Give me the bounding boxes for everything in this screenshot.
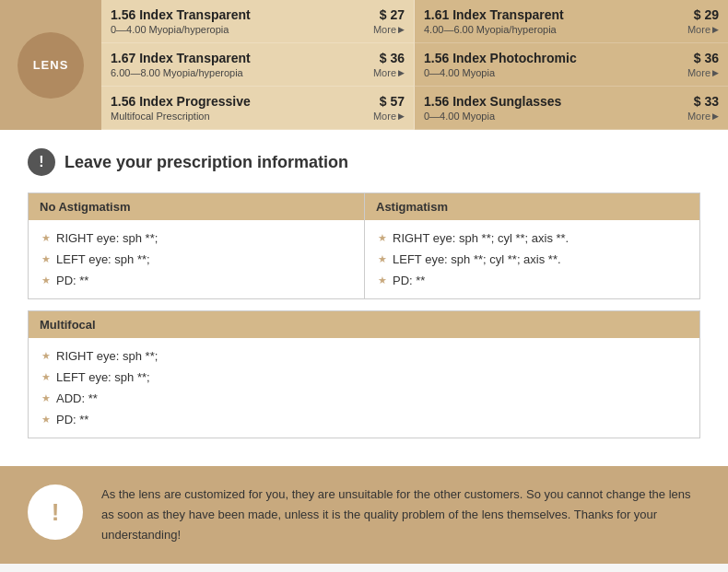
lens-price-wrap-3: $ 36 More <box>687 51 719 78</box>
rx-row: ★ PD: ** <box>41 274 351 287</box>
lens-section: LENS 1.56 Index Transparent 0—4.00 Myopi… <box>0 0 728 130</box>
lens-more-4[interactable]: More <box>373 111 405 122</box>
lens-badge-wrap: LENS <box>0 0 101 130</box>
lens-title-5: 1.56 Index Sunglasses <box>424 94 680 109</box>
lens-sub-1: 4.00—6.00 Myopia/hyperopia <box>424 24 680 35</box>
section-header: ! Leave your prescription information <box>28 148 700 176</box>
lens-cell-3: 1.56 Index Photochromic 0—4.00 Myopia $ … <box>415 43 728 87</box>
lens-price-2: $ 36 <box>380 51 405 65</box>
rx-text: RIGHT eye: sph **; cyl **; axis **. <box>393 231 569 245</box>
section-title: Leave your prescription information <box>65 153 348 172</box>
rx-row: ★ LEFT eye: sph **; <box>41 252 351 266</box>
no-astigmatism-content: ★ RIGHT eye: sph **; ★ LEFT eye: sph **;… <box>29 220 364 298</box>
lens-price-3: $ 36 <box>694 51 719 65</box>
astigmatism-content: ★ RIGHT eye: sph **; cyl **; axis **. ★ … <box>365 220 699 298</box>
rx-row: ★ LEFT eye: sph **; cyl **; axis **. <box>378 252 687 266</box>
rx-row: ★ RIGHT eye: sph **; <box>41 231 351 245</box>
multifocal-header: Multifocal <box>29 311 699 338</box>
rx-text: LEFT eye: sph **; <box>56 370 150 384</box>
rx-text: RIGHT eye: sph **; <box>56 349 158 363</box>
lens-price-wrap-0: $ 27 More <box>373 7 405 35</box>
lens-more-5[interactable]: More <box>687 111 719 122</box>
lens-sub-0: 0—4.00 Myopia/hyperopia <box>111 24 366 35</box>
rx-text: PD: ** <box>56 274 88 287</box>
lens-label: LENS <box>33 58 69 72</box>
lens-price-wrap-1: $ 29 More <box>687 7 719 35</box>
lens-cell-4: 1.56 Index Progressive Multifocal Prescr… <box>101 87 415 130</box>
lens-sub-4: Multifocal Prescription <box>111 111 366 122</box>
rx-text: ADD: ** <box>56 391 98 405</box>
lens-title-0: 1.56 Index Transparent <box>111 7 366 22</box>
rx-row: ★ ADD: ** <box>41 391 687 405</box>
star-icon: ★ <box>41 392 51 404</box>
lens-sub-5: 0—4.00 Myopia <box>424 111 680 122</box>
no-astigmatism-box: No Astigmatism ★ RIGHT eye: sph **; ★ LE… <box>28 193 364 299</box>
rx-row: ★ RIGHT eye: sph **; cyl **; axis **. <box>378 231 687 245</box>
lens-price-wrap-5: $ 33 More <box>687 94 719 122</box>
lens-price-1: $ 29 <box>694 7 719 22</box>
lens-info-1: 1.61 Index Transparent 4.00—6.00 Myopia/… <box>424 7 680 35</box>
star-icon: ★ <box>41 371 51 383</box>
rx-text: LEFT eye: sph **; <box>56 252 150 266</box>
astigmatism-box: Astigmatism ★ RIGHT eye: sph **; cyl **;… <box>364 193 700 299</box>
warning-icon: ! <box>28 484 83 540</box>
lens-price-0: $ 27 <box>380 7 405 22</box>
lens-cell-2: 1.67 Index Transparent 6.00—8.00 Myopia/… <box>101 43 415 87</box>
lens-info-0: 1.56 Index Transparent 0—4.00 Myopia/hyp… <box>111 7 366 35</box>
rx-row: ★ PD: ** <box>378 274 687 287</box>
star-icon: ★ <box>378 253 387 265</box>
rx-text: PD: ** <box>56 413 88 426</box>
lens-price-wrap-2: $ 36 More <box>373 51 405 78</box>
rx-text: PD: ** <box>393 274 425 287</box>
lens-more-3[interactable]: More <box>687 67 719 78</box>
multifocal-content: ★ RIGHT eye: sph **; ★ LEFT eye: sph **;… <box>29 338 699 438</box>
lens-cell-0: 1.56 Index Transparent 0—4.00 Myopia/hyp… <box>101 0 415 43</box>
lens-sub-2: 6.00—8.00 Myopia/hyperopia <box>111 67 366 78</box>
lens-more-1[interactable]: More <box>687 24 719 35</box>
lens-title-3: 1.56 Index Photochromic <box>424 51 680 65</box>
lens-more-2[interactable]: More <box>373 67 405 78</box>
lens-info-4: 1.56 Index Progressive Multifocal Prescr… <box>111 94 366 122</box>
multifocal-box: Multifocal ★ RIGHT eye: sph **; ★ LEFT e… <box>28 310 700 438</box>
lens-cell-5: 1.56 Index Sunglasses 0—4.00 Myopia $ 33… <box>415 87 728 130</box>
lens-grid: 1.56 Index Transparent 0—4.00 Myopia/hyp… <box>101 0 728 130</box>
lens-sub-3: 0—4.00 Myopia <box>424 67 680 78</box>
lens-title-4: 1.56 Index Progressive <box>111 94 366 109</box>
rx-text: LEFT eye: sph **; cyl **; axis **. <box>393 252 561 266</box>
lens-price-wrap-4: $ 57 More <box>373 94 405 122</box>
lens-cell-1: 1.61 Index Transparent 4.00—6.00 Myopia/… <box>415 0 728 43</box>
prescription-grid: No Astigmatism ★ RIGHT eye: sph **; ★ LE… <box>28 193 700 299</box>
star-icon: ★ <box>378 232 387 244</box>
rx-row: ★ LEFT eye: sph **; <box>41 370 687 384</box>
star-icon: ★ <box>41 232 51 244</box>
warning-section: ! As the lens are customized for you, th… <box>0 466 728 564</box>
warning-text: As the lens are customized for you, they… <box>101 484 700 545</box>
prescription-section: ! Leave your prescription information No… <box>0 130 728 466</box>
lens-info-3: 1.56 Index Photochromic 0—4.00 Myopia <box>424 51 680 78</box>
lens-price-4: $ 57 <box>380 94 405 109</box>
star-icon: ★ <box>41 274 51 286</box>
lens-info-2: 1.67 Index Transparent 6.00—8.00 Myopia/… <box>111 51 366 78</box>
lens-info-5: 1.56 Index Sunglasses 0—4.00 Myopia <box>424 94 680 122</box>
rx-row: ★ RIGHT eye: sph **; <box>41 349 687 363</box>
no-astigmatism-header: No Astigmatism <box>29 193 364 220</box>
warning-icon-wrap: ! <box>28 484 83 540</box>
lens-title-2: 1.67 Index Transparent <box>111 51 366 65</box>
lens-more-0[interactable]: More <box>373 24 405 35</box>
lens-badge: LENS <box>18 32 84 99</box>
astigmatism-header: Astigmatism <box>365 193 699 220</box>
info-icon: ! <box>28 148 55 176</box>
rx-row: ★ PD: ** <box>41 413 687 426</box>
star-icon: ★ <box>41 350 51 362</box>
lens-price-5: $ 33 <box>694 94 719 109</box>
star-icon: ★ <box>41 414 51 426</box>
rx-text: RIGHT eye: sph **; <box>56 231 158 245</box>
star-icon: ★ <box>41 253 51 265</box>
star-icon: ★ <box>378 274 387 286</box>
lens-title-1: 1.61 Index Transparent <box>424 7 680 22</box>
